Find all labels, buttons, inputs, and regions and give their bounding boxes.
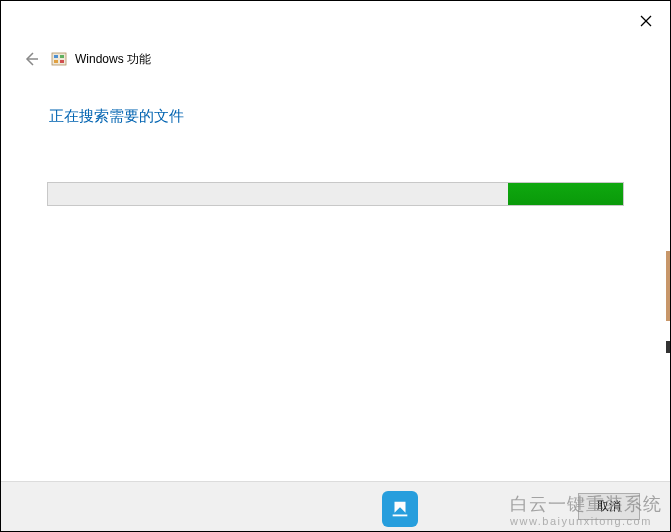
watermark-sub-text: www.baiyunxitong.com xyxy=(510,515,662,527)
side-decoration xyxy=(666,341,670,353)
back-arrow-icon xyxy=(23,51,39,67)
status-message: 正在搜索需要的文件 xyxy=(1,71,670,126)
close-button[interactable] xyxy=(636,11,656,31)
svg-rect-8 xyxy=(393,515,408,517)
progress-fill xyxy=(508,183,623,205)
watermark-main-text: 白云一键重装系统 xyxy=(510,495,662,515)
back-button[interactable] xyxy=(19,47,43,71)
svg-rect-5 xyxy=(60,55,64,58)
side-decoration xyxy=(666,251,670,321)
windows-features-dialog: Windows 功能 正在搜索需要的文件 取消 白云一键重装系统 www.bai… xyxy=(0,0,671,532)
dialog-header: Windows 功能 xyxy=(1,29,670,71)
svg-rect-4 xyxy=(54,55,58,58)
svg-rect-6 xyxy=(54,60,58,63)
close-icon xyxy=(640,15,652,27)
dialog-title: Windows 功能 xyxy=(75,51,151,68)
watermark-text: 白云一键重装系统 www.baiyunxitong.com xyxy=(510,495,662,527)
progress-container xyxy=(47,182,624,206)
svg-rect-7 xyxy=(60,60,64,63)
watermark-logo-icon xyxy=(382,491,418,527)
windows-features-icon xyxy=(51,51,67,67)
svg-rect-3 xyxy=(52,53,66,65)
progress-bar xyxy=(47,182,624,206)
